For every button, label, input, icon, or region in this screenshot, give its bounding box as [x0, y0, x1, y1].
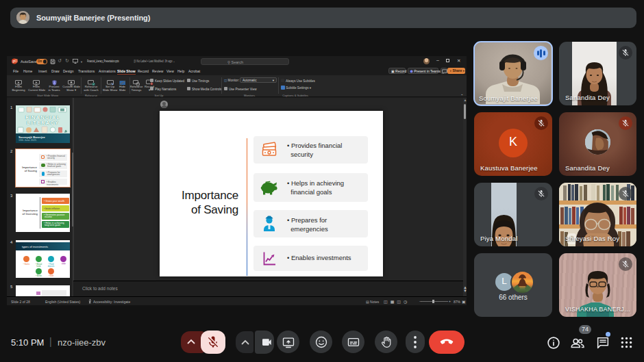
svg-text:P: P	[13, 60, 16, 64]
